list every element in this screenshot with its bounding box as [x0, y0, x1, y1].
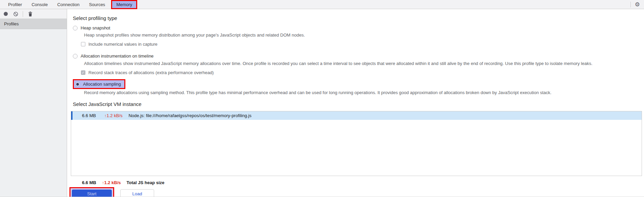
annotation-box-allocation-sampling: Allocation sampling	[73, 79, 125, 89]
sidebar-item-profiles[interactable]: Profiles	[0, 19, 67, 29]
checkbox-icon-include-numerical[interactable]	[81, 42, 85, 46]
tab-bar-divider	[630, 2, 631, 7]
vm-heap-size: 6.6 MB	[82, 113, 98, 118]
block-icon[interactable]	[13, 11, 18, 17]
tab-profiler[interactable]: Profiler	[3, 0, 27, 9]
profiles-toolbar	[0, 9, 67, 19]
main-tab-bar: Profiler Console Connection Sources Memo…	[0, 0, 644, 9]
vm-instance-heading: Select JavaScript VM instance	[73, 101, 644, 107]
gear-icon[interactable]: ⚙	[635, 2, 640, 7]
annotation-box-memory-tab: Memory	[111, 0, 137, 9]
tab-connection[interactable]: Connection	[53, 0, 84, 9]
checkbox-record-stack-traces[interactable]: Record stack traces of allocations (extr…	[81, 70, 644, 75]
vm-heap-rate: ↑1.2 kB/s	[104, 113, 122, 118]
tab-console[interactable]: Console	[27, 0, 53, 9]
action-buttons-row: Start Load	[73, 187, 644, 197]
radio-icon-allocation-timeline[interactable]	[73, 54, 78, 59]
radio-heap-snapshot[interactable]: Heap snapshot	[73, 25, 644, 30]
vm-instance-row[interactable]: 6.6 MB ↑1.2 kB/s Node.js: file:///home/r…	[71, 111, 642, 120]
vm-total-rate: ↑1.2 kB/s	[102, 180, 121, 185]
load-button[interactable]: Load	[120, 189, 154, 197]
option-title-allocation-sampling[interactable]: Allocation sampling	[83, 82, 121, 87]
option-desc-allocation-timeline: Allocation timelines show instrumented J…	[84, 61, 644, 66]
tab-sources[interactable]: Sources	[84, 0, 110, 9]
radio-icon-heap-snapshot[interactable]	[73, 26, 78, 30]
profiles-label: Profiles	[4, 21, 19, 26]
tab-memory[interactable]: Memory	[112, 1, 136, 8]
option-title-allocation-timeline: Allocation instrumentation on timeline	[81, 53, 153, 59]
memory-panel: Select profiling type Heap snapshot Heap…	[67, 9, 644, 197]
annotation-box-start-button: Start	[69, 187, 114, 197]
checkbox-icon-record-stack-traces[interactable]	[81, 70, 85, 75]
option-desc-allocation-sampling: Record memory allocations using sampling…	[84, 90, 644, 95]
tab-bar-right: ⚙	[630, 0, 640, 9]
trash-icon[interactable]	[27, 11, 33, 17]
radio-allocation-timeline[interactable]: Allocation instrumentation on timeline	[73, 53, 644, 59]
vm-instance-list: 6.6 MB ↑1.2 kB/s Node.js: file:///home/r…	[71, 111, 642, 176]
option-title-heap-snapshot: Heap snapshot	[81, 25, 110, 30]
vm-total-size: 6.6 MB	[82, 180, 96, 185]
checkbox-include-numerical-values[interactable]: Include numerical values in capture	[81, 42, 644, 47]
start-button[interactable]: Start	[72, 190, 112, 197]
vm-instance-name: Node.js: file:///home/rafaelgss/repos/os…	[128, 113, 251, 118]
profiles-sidebar: Profiles	[0, 9, 67, 197]
checkbox-label-include-numerical: Include numerical values in capture	[88, 42, 158, 47]
checkbox-label-record-stack-traces: Record stack traces of allocations (extr…	[88, 70, 214, 75]
devtools-window: Profiler Console Connection Sources Memo…	[0, 0, 644, 197]
vm-total-label: Total JS heap size	[127, 180, 165, 185]
option-desc-heap-snapshot: Heap snapshot profiles show memory distr…	[84, 32, 644, 38]
toolbar-divider	[23, 11, 23, 17]
vm-total-row: 6.6 MB ↑1.2 kB/s Total JS heap size	[82, 180, 644, 185]
radio-icon-allocation-sampling[interactable]	[75, 82, 80, 87]
record-icon[interactable]	[3, 11, 8, 17]
profiling-type-heading: Select profiling type	[73, 15, 644, 21]
